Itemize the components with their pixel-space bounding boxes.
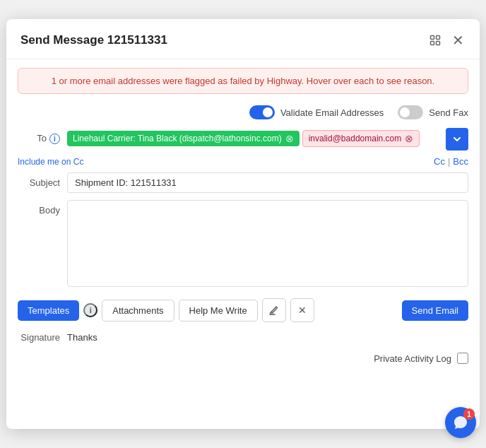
private-checkbox[interactable] [457,353,468,364]
chat-bubble[interactable]: 1 [445,407,476,438]
subject-label: Subject [18,172,67,188]
validate-email-toggle-group: Validate Email Addresses [249,105,384,119]
controls-row: Validate Email Addresses Send Fax [6,102,480,125]
send-fax-label: Send Fax [429,107,468,118]
send-email-button[interactable]: Send Email [402,300,468,321]
send-message-modal: Send Message 121511331 ✕ 1 or more email… [6,19,480,429]
subject-row: Subject [6,170,480,196]
to-tag-invalid: invalid@baddomain.com ⊗ [302,130,420,147]
to-dropdown-button[interactable] [446,128,468,151]
to-tag-invalid-close[interactable]: ⊗ [405,134,413,143]
signature-label: Signature [18,332,67,343]
send-fax-toggle[interactable] [398,105,423,119]
bcc-link[interactable]: Bcc [453,156,468,167]
to-tags-row: Linehaul Carrier: Tina Black (dispatch@l… [67,128,443,149]
to-tag-valid: Linehaul Carrier: Tina Black (dispatch@l… [67,131,300,146]
private-label: Private Activity Log [374,353,451,364]
clear-icon-button[interactable]: ✕ [290,298,314,322]
private-row: Private Activity Log [6,348,480,370]
cc-bcc-separator: | [448,156,450,167]
include-cc-link[interactable]: Include me on Cc [18,157,83,167]
attachments-button[interactable]: Attachments [102,300,174,322]
templates-button[interactable]: Templates [18,300,79,321]
to-tag-invalid-text: invalid@baddomain.com [309,134,402,143]
to-row: To i Linehaul Carrier: Tina Black (dispa… [6,125,480,153]
modal-title: Send Message 121511331 [20,33,167,47]
svg-rect-1 [437,36,440,40]
svg-rect-2 [431,42,434,45]
help-me-write-button[interactable]: Help Me Write [179,300,258,322]
to-info-icon[interactable]: i [49,134,60,144]
validate-email-toggle[interactable] [249,105,275,119]
cc-link[interactable]: Cc [434,156,445,167]
body-label: Body [18,200,67,287]
modal-header-icons: ✕ [427,30,466,50]
toolbar-row: Templates i Attachments Help Me Write ✕ … [6,291,480,329]
to-field-wrapper: Linehaul Carrier: Tina Black (dispatch@l… [67,128,468,151]
subject-input[interactable] [67,172,468,193]
send-fax-toggle-group: Send Fax [398,105,468,119]
expand-icon[interactable] [427,33,444,47]
toolbar-info-icon[interactable]: i [83,303,97,317]
cc-bcc-row: Include me on Cc Cc | Bcc [6,155,480,170]
signature-value: Thanks [67,332,97,343]
validate-email-label: Validate Email Addresses [280,107,384,118]
alert-banner: 1 or more email addresses were flagged a… [18,68,468,94]
chat-badge: 1 [463,408,475,420]
close-icon: ✕ [298,305,307,316]
to-label: To i [18,128,67,144]
alert-text: 1 or more email addresses were flagged a… [52,76,434,86]
close-button[interactable]: ✕ [451,30,466,50]
body-textarea[interactable] [67,200,468,287]
erase-icon-button[interactable] [262,298,286,322]
cc-bcc-links: Cc | Bcc [434,156,468,167]
to-tag-valid-text: Linehaul Carrier: Tina Black (dispatch@l… [73,134,282,143]
body-row: Body [6,197,480,290]
svg-rect-3 [437,42,440,45]
signature-row: Signature Thanks [6,329,480,348]
to-tag-valid-close[interactable]: ⊗ [285,134,294,143]
svg-rect-0 [431,36,434,40]
modal-header: Send Message 121511331 ✕ [6,19,480,59]
